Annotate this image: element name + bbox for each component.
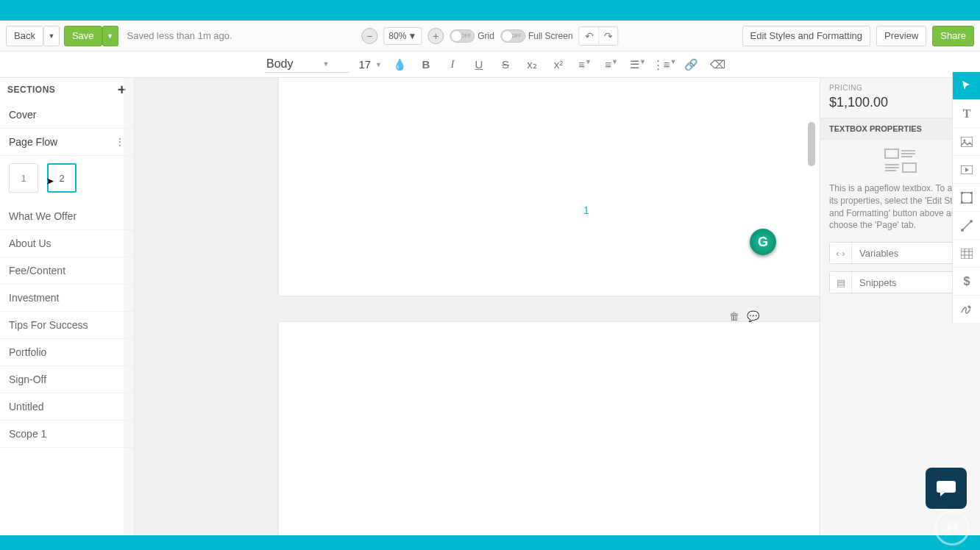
delete-page-icon[interactable]: 🗑	[729, 310, 739, 322]
zoom-in-icon[interactable]: +	[427, 28, 444, 44]
tool-rail: T $	[952, 72, 980, 324]
grammarly-icon[interactable]: G	[750, 229, 776, 255]
ordered-list-button[interactable]: ☰▼	[629, 58, 647, 71]
svg-line-16	[962, 221, 971, 230]
page-1[interactable]: 1	[279, 78, 820, 296]
page-2[interactable]: Click to add c...	[279, 322, 820, 535]
pointer-tool-icon[interactable]	[953, 72, 980, 100]
shape-tool-icon[interactable]	[953, 184, 980, 212]
section-item-investment[interactable]: Investment	[0, 285, 134, 312]
save-status: Saved less than 1m ago.	[127, 30, 232, 41]
zoom-level[interactable]: 80% ▼	[383, 27, 422, 45]
save-button[interactable]: Save	[64, 26, 102, 46]
snippets-button[interactable]: ▤ Snippets	[829, 271, 971, 293]
superscript-button[interactable]: x²	[550, 58, 567, 71]
grid-label: Grid	[477, 31, 494, 41]
font-size-value: 17	[358, 58, 371, 71]
italic-button[interactable]: I	[444, 58, 461, 71]
toolbar-right: Edit Styles and Formatting Preview Share	[742, 26, 974, 46]
image-tool-icon[interactable]	[953, 128, 980, 156]
sections-sidebar: SECTIONS + Cover Page Flow ⋮ 1 2 What We…	[0, 78, 135, 535]
underline-button[interactable]: U	[470, 58, 488, 71]
save-button-group: Save ▼	[64, 26, 118, 46]
section-item-scope-1[interactable]: Scope 1	[0, 421, 134, 448]
zoom-value: 80%	[388, 31, 406, 41]
page-number: 1	[583, 204, 589, 216]
page-tools: 🗑 💬	[729, 310, 759, 322]
section-label: Investment	[9, 292, 59, 304]
textbox-help-text: This is a pageflow textbox. To adjust it…	[829, 182, 971, 232]
app-window: Back ▼ Save ▼ Saved less than 1m ago. − …	[0, 21, 980, 535]
textbox-illustration-icon	[829, 149, 971, 176]
section-item-sign-off[interactable]: Sign-Off	[0, 366, 134, 393]
font-size-select[interactable]: 17 ▼	[358, 58, 382, 71]
section-item-what-we-offer[interactable]: What We Offer	[0, 203, 134, 230]
bold-button[interactable]: B	[417, 58, 435, 71]
chevron-down-icon: ▼	[322, 60, 329, 68]
section-item-portfolio[interactable]: Portfolio	[0, 339, 134, 366]
text-color-icon[interactable]: 💧	[391, 58, 408, 71]
chevron-down-icon: ▼	[375, 61, 382, 68]
line-height-button[interactable]: ≡▼	[576, 58, 594, 71]
svg-rect-4	[903, 163, 916, 172]
signature-tool-icon[interactable]	[953, 296, 980, 324]
chat-bubble-icon[interactable]	[926, 468, 967, 509]
section-item-cover[interactable]: Cover	[0, 101, 134, 129]
section-item-tips[interactable]: Tips For Success	[0, 312, 134, 339]
section-label: What We Offer	[9, 210, 77, 222]
svg-rect-19	[961, 249, 973, 259]
sections-header: SECTIONS +	[0, 78, 134, 101]
comment-page-icon[interactable]: 💬	[747, 310, 759, 322]
svg-rect-0	[885, 149, 898, 158]
page-thumb-2[interactable]: 2	[47, 163, 77, 193]
subscript-button[interactable]: x₂	[523, 58, 541, 71]
back-button[interactable]: Back	[6, 26, 43, 46]
preview-button[interactable]: Preview	[876, 26, 926, 46]
variables-button[interactable]: ‹ › Variables	[829, 242, 971, 264]
zoom-out-icon[interactable]: −	[361, 28, 377, 44]
redo-button[interactable]: ↷	[599, 27, 618, 45]
section-label: Fee/Content	[9, 265, 65, 276]
undo-button[interactable]: ↶	[580, 27, 599, 45]
line-tool-icon[interactable]	[953, 212, 980, 240]
sidebar-scrollbar[interactable]	[124, 78, 134, 535]
svg-point-17	[961, 229, 964, 232]
section-label: Scope 1	[9, 428, 46, 440]
svg-rect-14	[961, 201, 963, 204]
align-button[interactable]: ≡▼	[603, 58, 620, 71]
table-tool-icon[interactable]	[953, 240, 980, 268]
section-item-page-flow[interactable]: Page Flow ⋮	[0, 129, 134, 156]
grid-toggle[interactable]: OFF	[450, 29, 475, 43]
svg-rect-12	[961, 192, 963, 194]
section-label: Sign-Off	[9, 374, 46, 385]
edit-styles-button[interactable]: Edit Styles and Formatting	[742, 26, 870, 46]
svg-rect-13	[970, 192, 973, 194]
text-tool-icon[interactable]: T	[953, 100, 980, 128]
paragraph-style-select[interactable]: Body ▼	[265, 56, 349, 73]
section-item-about-us[interactable]: About Us	[0, 230, 134, 257]
section-item-untitled[interactable]: Untitled	[0, 393, 134, 421]
canvas[interactable]: 1 🗑 💬 Click to add c... G	[135, 78, 820, 535]
snippets-label: Snippets	[852, 277, 904, 288]
variables-label: Variables	[852, 248, 906, 259]
page-thumbnails: 1 2	[0, 156, 134, 203]
share-button[interactable]: Share	[932, 26, 974, 46]
fullscreen-toggle[interactable]: OFF	[500, 29, 525, 43]
back-dropdown[interactable]: ▼	[43, 26, 60, 46]
strikethrough-button[interactable]: S	[497, 58, 514, 71]
chevron-down-icon: ▼	[408, 31, 416, 41]
page-thumb-1[interactable]: 1	[9, 163, 38, 193]
section-item-fee-content[interactable]: Fee/Content	[0, 257, 134, 285]
video-tool-icon[interactable]	[953, 156, 980, 184]
section-label: Page Flow	[9, 136, 57, 148]
undo-redo-group: ↶ ↷	[579, 26, 619, 46]
save-dropdown[interactable]: ▼	[102, 26, 118, 46]
clear-format-button[interactable]: ⌫	[709, 58, 726, 71]
canvas-scrollbar[interactable]	[808, 122, 815, 166]
format-bar: Body ▼ 17 ▼ 💧 B I U S x₂ x² ≡▼ ≡▼ ☰▼ ⋮≡▼…	[0, 51, 980, 78]
section-label: About Us	[9, 238, 52, 249]
fullscreen-label: Full Screen	[528, 31, 573, 41]
unordered-list-button[interactable]: ⋮≡▼	[656, 58, 673, 71]
fee-tool-icon[interactable]: $	[953, 268, 980, 296]
link-button[interactable]: 🔗	[682, 58, 700, 71]
